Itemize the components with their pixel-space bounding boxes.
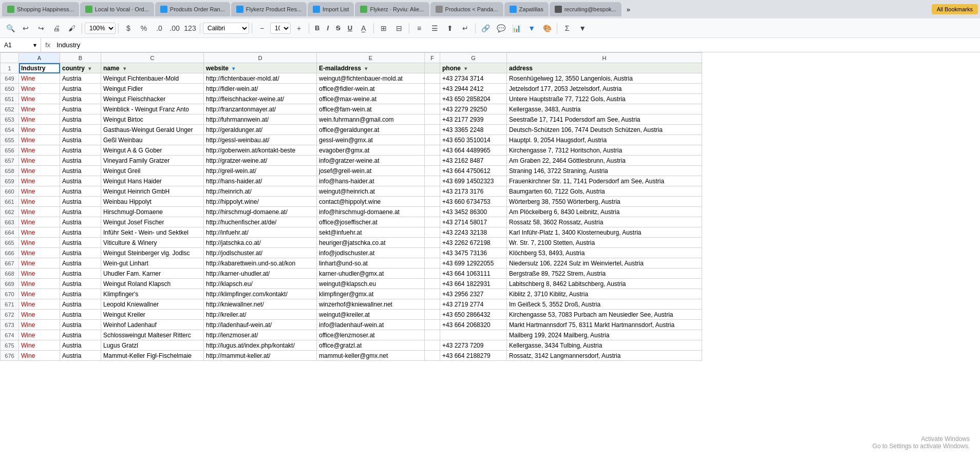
table-cell[interactable]: winzerhof@kniewallner.net [317,299,425,310]
table-cell[interactable]: Austria [60,84,101,94]
table-cell[interactable]: +43 664 4750612 [440,166,507,176]
table-cell[interactable]: http://franzantonmayer.at/ [204,104,317,114]
table-cell[interactable]: +43 2279 29250 [440,104,507,114]
table-cell[interactable]: Leopold Kniewallner [101,299,204,310]
table-cell[interactable]: Weingut Josef Fischer [101,217,204,227]
table-cell[interactable]: Wine [19,73,60,84]
table-cell[interactable]: info@hans-haider.at [317,176,425,186]
table-cell[interactable]: Schlossweingut Malteser Ritterc [101,330,204,340]
formula-input[interactable] [54,41,980,49]
col-header-c[interactable]: C [101,53,204,63]
table-cell[interactable] [425,258,440,269]
table-cell[interactable]: Kellergasse, 3483, Austria [507,104,702,114]
table-cell[interactable]: Weingut Kreiler [101,310,204,320]
table-cell[interactable] [425,279,440,289]
table-cell[interactable]: Wörterberg 38, 7550 Wörterberg, Austria [507,197,702,207]
table-cell[interactable]: http://hirschmugl-domaene.at/ [204,207,317,217]
table-cell[interactable]: +43 660 6734753 [440,197,507,207]
table-cell[interactable]: Wine [19,351,60,361]
underline-button[interactable]: U [345,21,355,35]
tabs-more-button[interactable]: » [623,4,634,15]
table-cell[interactable]: +43 3475 73136 [440,248,507,258]
table-cell[interactable]: Weingut Greil [101,166,204,176]
table-cell[interactable] [425,207,440,217]
table-cell[interactable]: Wine [19,269,60,279]
font-size-select[interactable]: 10 [270,23,291,34]
table-cell[interactable]: http://hans-haider.at/ [204,176,317,186]
bold-button[interactable]: B [312,21,323,35]
cell-ref-dropdown-icon[interactable]: ▾ [33,42,36,49]
header-cell-industry[interactable]: Industry [19,63,60,73]
table-cell[interactable]: Austria [60,310,101,320]
table-cell[interactable] [425,135,440,145]
table-cell[interactable]: Weingut Roland Klapsch [101,279,204,289]
table-cell[interactable]: Lugus Gratzl [101,340,204,351]
currency-button[interactable]: $ [121,21,136,35]
table-cell[interactable]: http://geraldunger.at/ [204,125,317,135]
table-cell[interactable]: Wine [19,176,60,186]
table-cell[interactable]: office@fidler-wein.at [317,84,425,94]
table-cell[interactable]: Wine [19,258,60,269]
table-cell[interactable]: Deutsch-Schützen 106, 7474 Deutsch Schüt… [507,125,702,135]
all-bookmarks-button[interactable]: All Bookmarks [932,4,978,14]
print-button[interactable]: 🖨 [49,21,64,35]
table-cell[interactable]: Wein-gut Linhart [101,258,204,269]
wrap-text-button[interactable]: ↵ [458,21,473,35]
table-cell[interactable]: Weinblick - Weingut Franz Anto [101,104,204,114]
table-cell[interactable]: Austria [60,186,101,197]
table-cell[interactable]: Wine [19,156,60,166]
table-cell[interactable]: +43 664 2188279 [440,351,507,361]
percent-button[interactable]: % [137,21,151,35]
redo-button[interactable]: ↪ [34,21,48,35]
header-cell-email[interactable]: E-mailaddress ▾ [317,63,425,73]
table-cell[interactable] [425,248,440,258]
table-cell[interactable]: Kiblitz 2, 3710 Kiblitz, Austria [507,289,702,299]
table-cell[interactable]: Austria [60,114,101,125]
table-cell[interactable]: +43 650 2866432 [440,310,507,320]
functions-button[interactable]: Σ [560,21,574,35]
table-cell[interactable]: http://kabarettwein.und-so.at/kon [204,258,317,269]
table-cell[interactable]: http://kniewallner.net/ [204,299,317,310]
table-cell[interactable]: Seestraße 17, 7141 Podersdorf am See, Au… [507,114,702,125]
table-cell[interactable]: http://mammut-keller.at/ [204,351,317,361]
col-header-g[interactable]: G [440,53,507,63]
table-cell[interactable]: Wine [19,125,60,135]
table-cell[interactable]: Im Geißeck 5, 3552 Droß, Austria [507,299,702,310]
table-cell[interactable]: contact@hippolyt.wine [317,197,425,207]
table-cell[interactable]: http://klapsch.eu/ [204,279,317,289]
col-header-f[interactable]: F [425,53,440,63]
number-format-button[interactable]: 123 [183,21,197,35]
table-cell[interactable]: Weingut Birtoc [101,114,204,125]
table-cell[interactable]: Hirschmugl-Domaene [101,207,204,217]
table-cell[interactable]: Austria [60,351,101,361]
table-cell[interactable] [425,299,440,310]
insert-comment-button[interactable]: 💬 [494,21,508,35]
align-center-button[interactable]: ☰ [427,21,442,35]
table-cell[interactable]: Wine [19,197,60,207]
table-cell[interactable]: klimpfinger@gmx.at [317,289,425,299]
tab-local-vocal[interactable]: Local to Vocal · Ord... [80,2,154,16]
tab-shopping[interactable]: Shopping Happiness... [2,2,79,16]
tab-zapatillas[interactable]: Zapatillas [504,2,549,16]
table-cell[interactable]: Austria [60,279,101,289]
table-cell[interactable]: Vineyard Family Gratzer [101,156,204,166]
table-cell[interactable]: +43 650 3510014 [440,135,507,145]
table-cell[interactable]: Kellergasse, 3434 Tulbing, Austria [507,340,702,351]
table-cell[interactable]: +43 650 2858204 [440,94,507,104]
table-cell[interactable]: http://fidler-wein.at/ [204,84,317,94]
table-cell[interactable]: Weingut Heinrich GmbH [101,186,204,197]
table-cell[interactable] [425,269,440,279]
table-cell[interactable]: http://kreiler.at/ [204,310,317,320]
table-cell[interactable]: Wine [19,289,60,299]
conditional-format-button[interactable]: 🎨 [540,21,554,35]
table-cell[interactable]: http://huchenfischer.at/de/ [204,217,317,227]
merge-cells-button[interactable]: ⊟ [392,21,406,35]
table-cell[interactable]: http://gratzer-weine.at/ [204,156,317,166]
header-cell-f[interactable] [425,63,440,73]
table-cell[interactable]: Frauenkirchner Str. 11, 7141 Podersdorf … [507,176,702,186]
table-cell[interactable]: office@max-weine.at [317,94,425,104]
table-cell[interactable]: +43 699 12922055 [440,258,507,269]
table-cell[interactable]: Austria [60,104,101,114]
table-cell[interactable]: Wine [19,248,60,258]
table-cell[interactable] [425,114,440,125]
